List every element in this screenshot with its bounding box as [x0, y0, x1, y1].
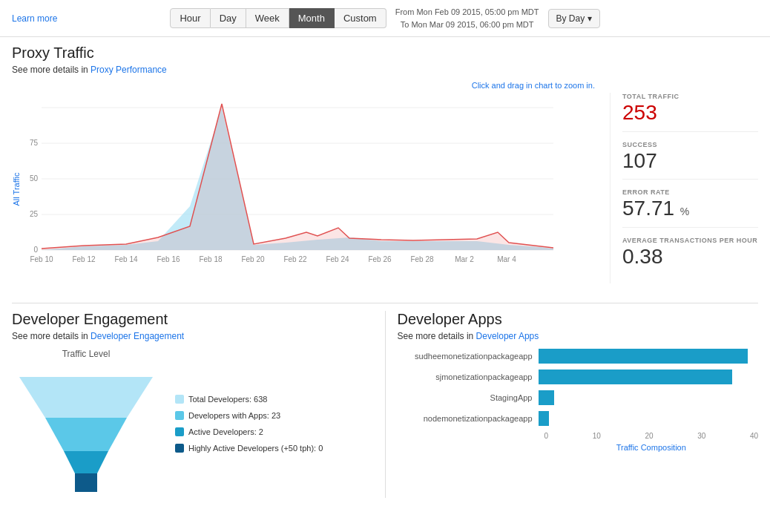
- zoom-hint: Click and drag in chart to zoom in.: [12, 81, 758, 90]
- date-range-line2: To Mon Mar 09 2015, 06:00 pm MDT: [395, 19, 539, 31]
- legend-text-1: Developers with Apps: 23: [188, 407, 280, 424]
- svg-text:Mar 4: Mar 4: [497, 255, 516, 263]
- error-rate-unit: %: [680, 206, 689, 217]
- svg-text:25: 25: [30, 210, 39, 218]
- bar-label-3: nodemonetizationpackageapp: [398, 414, 539, 423]
- stats-panel: TOTAL TRAFFIC 253 SUCCESS 107 ERROR RATE…: [610, 93, 758, 283]
- svg-text:Feb 12: Feb 12: [72, 255, 96, 263]
- proxy-traffic-subtitle-text: See more details in: [12, 65, 91, 75]
- error-rate-label: ERROR RATE: [622, 188, 758, 196]
- developer-engagement-subtitle: See more details in Developer Engagement: [12, 331, 373, 341]
- month-button[interactable]: Month: [289, 8, 335, 28]
- dev-engagement-subtitle-text: See more details in: [12, 331, 91, 341]
- bar-fill-0: [539, 349, 748, 364]
- learn-more-link[interactable]: Learn more: [12, 13, 57, 24]
- legend-color-0: [175, 395, 184, 404]
- bar-row-2: StagingApp: [398, 390, 759, 405]
- svg-marker-25: [45, 418, 127, 451]
- bar-row-1: sjmonetizationpackageapp: [398, 370, 759, 384]
- proxy-performance-link[interactable]: Proxy Performance: [91, 65, 167, 75]
- bar-rows: sudheemonetizationpackageapp sjmonetizat…: [398, 349, 759, 426]
- svg-text:Mar 2: Mar 2: [455, 255, 474, 263]
- svg-text:75: 75: [30, 139, 39, 147]
- legend-text-2: Active Developers: 2: [188, 424, 263, 440]
- svg-text:Feb 18: Feb 18: [199, 255, 223, 263]
- by-day-button[interactable]: By Day ▾: [548, 9, 600, 28]
- funnel-title: Traffic Level: [12, 349, 160, 359]
- svg-text:Feb 24: Feb 24: [326, 255, 349, 263]
- legend-item-3: Highly Active Developers (+50 tph): 0: [175, 440, 323, 456]
- funnel-svg-area: Traffic Level: [12, 349, 160, 498]
- day-button[interactable]: Day: [211, 8, 246, 28]
- custom-button[interactable]: Custom: [335, 8, 386, 28]
- avg-transactions-stat: AVERAGE TRANSACTIONS PER HOUR 0.38: [622, 237, 758, 275]
- developer-apps-title: Developer Apps: [398, 311, 759, 328]
- legend-text-0: Total Developers: 638: [188, 391, 267, 407]
- bar-track-3: [539, 411, 759, 426]
- svg-marker-11: [42, 104, 553, 250]
- legend-color-2: [175, 427, 184, 436]
- developer-apps-subtitle: See more details in Developer Apps: [398, 331, 759, 341]
- total-traffic-value: 253: [622, 100, 758, 125]
- svg-text:Feb 22: Feb 22: [283, 255, 307, 263]
- bar-label-1: sjmonetizationpackageapp: [398, 372, 539, 381]
- total-traffic-label: TOTAL TRAFFIC: [622, 93, 758, 100]
- bar-track-2: [539, 390, 759, 405]
- bar-fill-3: [539, 411, 549, 426]
- traffic-svg: All Traffic 0 25 50 75: [12, 93, 561, 286]
- hour-button[interactable]: Hour: [170, 8, 210, 28]
- svg-text:Feb 20: Feb 20: [241, 255, 265, 263]
- bar-fill-1: [539, 370, 732, 384]
- legend-color-3: [175, 444, 184, 453]
- bar-row-3: nodemonetizationpackageapp: [398, 411, 759, 426]
- total-traffic-stat: TOTAL TRAFFIC 253: [622, 93, 758, 132]
- svg-text:All Traffic: All Traffic: [12, 172, 21, 206]
- funnel-legend: Total Developers: 638 Developers with Ap…: [175, 391, 323, 456]
- avg-transactions-value: 0.38: [622, 244, 758, 269]
- week-button[interactable]: Week: [246, 8, 289, 28]
- success-stat: SUCCESS 107: [622, 141, 758, 180]
- funnel-svg: [12, 362, 160, 496]
- svg-marker-24: [19, 377, 153, 418]
- proxy-traffic-container: All Traffic 0 25 50 75: [12, 93, 758, 288]
- legend-text-3: Highly Active Developers (+50 tph): 0: [188, 440, 323, 456]
- legend-item-2: Active Developers: 2: [175, 424, 323, 440]
- time-buttons: Hour Day Week Month Custom: [170, 8, 386, 28]
- svg-text:0: 0: [33, 246, 38, 254]
- developer-engagement-title: Developer Engagement: [12, 311, 373, 328]
- main-content: Proxy Traffic See more details in Proxy …: [0, 37, 770, 505]
- proxy-traffic-title: Proxy Traffic: [12, 45, 758, 62]
- bar-label-0: sudheemonetizationpackageapp: [398, 352, 539, 361]
- legend-item-1: Developers with Apps: 23: [175, 407, 323, 424]
- proxy-traffic-subtitle: See more details in Proxy Performance: [12, 65, 758, 75]
- top-bar: Learn more Hour Day Week Month Custom Fr…: [0, 0, 770, 37]
- proxy-traffic-section: Proxy Traffic See more details in Proxy …: [12, 45, 758, 288]
- svg-text:Feb 26: Feb 26: [368, 255, 392, 263]
- proxy-traffic-chart: All Traffic 0 25 50 75: [12, 93, 598, 288]
- developer-apps-link[interactable]: Developer Apps: [476, 331, 539, 341]
- developer-engagement-section: Developer Engagement See more details in…: [12, 311, 386, 498]
- error-rate-value: 57.71 %: [622, 196, 758, 221]
- developer-engagement-link[interactable]: Developer Engagement: [91, 331, 184, 341]
- dev-apps-subtitle-text: See more details in: [398, 331, 476, 341]
- error-rate-stat: ERROR RATE 57.71 %: [622, 188, 758, 228]
- svg-text:Feb 28: Feb 28: [410, 255, 434, 263]
- bottom-sections: Developer Engagement See more details in…: [12, 303, 758, 498]
- svg-rect-27: [75, 473, 97, 492]
- date-range-line1: From Mon Feb 09 2015, 05:00 pm MDT: [395, 6, 539, 19]
- funnel-container: Traffic Level Total: [12, 349, 373, 498]
- svg-text:50: 50: [30, 174, 39, 183]
- success-label: SUCCESS: [622, 141, 758, 148]
- svg-text:Feb 16: Feb 16: [157, 255, 180, 263]
- bar-track-1: [539, 370, 759, 384]
- legend-item-0: Total Developers: 638: [175, 391, 323, 407]
- success-value: 107: [622, 148, 758, 174]
- bar-track-0: [539, 349, 759, 364]
- svg-text:Feb 14: Feb 14: [114, 255, 138, 263]
- bar-label-2: StagingApp: [398, 393, 539, 402]
- svg-text:Feb 10: Feb 10: [30, 255, 53, 263]
- bar-axis: 0 10 20 30 40: [544, 432, 759, 440]
- bar-row-0: sudheemonetizationpackageapp: [398, 349, 759, 364]
- avg-transactions-label: AVERAGE TRANSACTIONS PER HOUR: [622, 237, 758, 244]
- bar-fill-2: [539, 390, 554, 405]
